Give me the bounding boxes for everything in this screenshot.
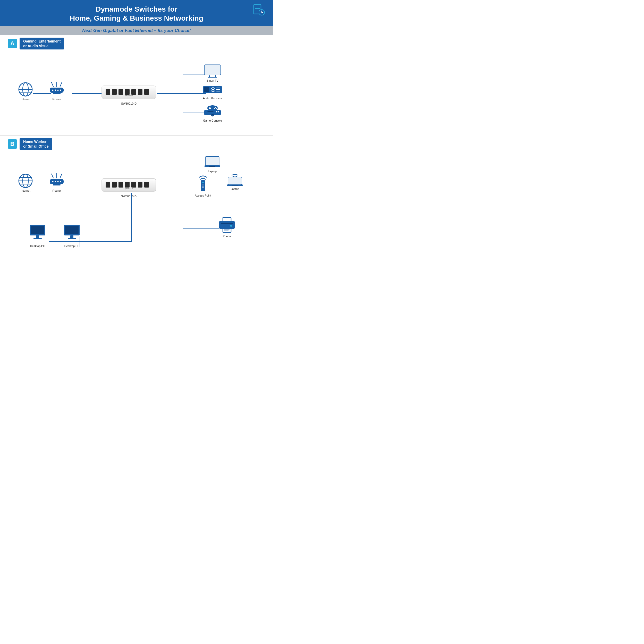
header-blue: Dynamode Switches for Home, Gaming & Bus…	[0, 0, 273, 26]
diagram-a: Internet Router	[8, 51, 265, 131]
svg-rect-32	[118, 89, 123, 95]
svg-rect-44	[204, 87, 209, 92]
internet-icon-a: Internet	[18, 82, 33, 101]
section-a-letter: A	[8, 39, 17, 48]
game-console-icon: Game Console	[203, 104, 222, 122]
clock-icon	[252, 4, 265, 16]
internet-icon-b: Internet	[18, 173, 33, 192]
section-b: B Home Worker or Small Office	[0, 135, 273, 272]
svg-rect-120	[221, 223, 233, 224]
svg-point-57	[216, 108, 217, 109]
svg-rect-31	[112, 89, 117, 95]
svg-rect-34	[131, 89, 136, 95]
svg-rect-94	[138, 182, 142, 188]
svg-point-104	[202, 187, 204, 188]
svg-text:dynamode: dynamode	[125, 188, 133, 190]
svg-rect-89	[106, 182, 110, 188]
router-icon-b: Router	[48, 173, 66, 192]
svg-point-56	[215, 107, 216, 108]
svg-point-121	[230, 225, 232, 227]
svg-rect-27	[53, 93, 61, 94]
svg-rect-39	[205, 65, 221, 75]
svg-rect-112	[33, 238, 42, 239]
audio-receiver-icon: Audio Receiver	[202, 84, 223, 100]
svg-point-85	[57, 181, 59, 182]
svg-rect-90	[112, 182, 117, 188]
diagram-b: Internet Router	[8, 151, 265, 267]
svg-rect-108	[232, 185, 238, 185]
svg-point-52	[216, 111, 217, 113]
section-b-letter: B	[8, 139, 17, 149]
laptop1-icon: Laptop	[204, 156, 221, 173]
section-b-label: B Home Worker or Small Office	[8, 138, 52, 150]
svg-point-83	[52, 181, 54, 182]
svg-point-102	[202, 182, 204, 183]
section-a-label: A Gaming, Entertaiment or Audio Visual	[8, 38, 64, 49]
switch-a: dynamode SW80010-D	[99, 82, 158, 105]
svg-rect-100	[209, 166, 215, 167]
svg-rect-110	[31, 226, 44, 234]
diagram-b-lines	[8, 151, 265, 267]
svg-rect-92	[125, 182, 130, 188]
svg-rect-93	[131, 182, 136, 188]
svg-rect-87	[53, 184, 61, 185]
svg-point-25	[57, 90, 59, 91]
access-point-icon: Access Point	[195, 173, 211, 197]
svg-rect-98	[206, 157, 219, 165]
svg-point-23	[52, 90, 54, 91]
subtitle: Next-Gen Gigabit or Fast Ethernet – Its …	[82, 28, 191, 33]
svg-point-84	[55, 181, 56, 182]
header-title: Dynamode Switches for Home, Gaming & Bus…	[3, 5, 270, 23]
svg-text:dynamode: dynamode	[125, 95, 133, 97]
svg-rect-47	[216, 88, 220, 88]
svg-rect-91	[118, 182, 123, 188]
svg-line-21	[60, 82, 62, 87]
svg-line-81	[60, 174, 62, 178]
header-gray: Next-Gen Gigabit or Fast Ethernet – Its …	[0, 26, 273, 35]
svg-rect-55	[209, 108, 211, 109]
section-a-title: Gaming, Entertaiment or Audio Visual	[20, 38, 64, 49]
section-b-title: Home Worker or Small Office	[20, 138, 52, 150]
svg-rect-48	[216, 89, 220, 90]
svg-line-19	[52, 82, 53, 87]
smart-tv-icon: Smart TV	[204, 63, 222, 82]
svg-point-86	[60, 181, 61, 182]
svg-point-46	[212, 89, 214, 90]
svg-rect-95	[144, 182, 149, 188]
svg-rect-116	[70, 235, 73, 238]
svg-rect-82	[50, 179, 64, 184]
svg-point-58	[214, 108, 215, 109]
svg-rect-119	[219, 221, 235, 229]
svg-rect-117	[68, 238, 76, 239]
desktop1-icon: Desktop PC	[29, 224, 46, 248]
svg-rect-36	[144, 89, 149, 95]
section-a: A Gaming, Entertaiment or Audio Visual	[0, 35, 273, 135]
svg-line-79	[52, 174, 53, 178]
svg-rect-115	[65, 226, 79, 234]
svg-rect-106	[228, 177, 242, 184]
router-icon-a: Router	[48, 82, 66, 101]
svg-point-60	[212, 115, 213, 116]
svg-point-53	[218, 111, 219, 113]
svg-rect-35	[138, 89, 142, 95]
svg-point-26	[60, 90, 61, 91]
svg-rect-118	[223, 217, 231, 222]
svg-rect-111	[36, 235, 39, 238]
svg-rect-30	[106, 89, 110, 95]
svg-rect-22	[50, 88, 64, 93]
laptop2-icon: Laptop	[226, 173, 244, 190]
svg-point-103	[202, 184, 204, 186]
desktop2-icon: Desktop PC	[63, 224, 81, 248]
switch-b: dynamode SW80010-D	[99, 175, 158, 198]
svg-rect-51	[207, 111, 214, 112]
svg-rect-49	[216, 91, 220, 91]
svg-point-24	[55, 90, 56, 91]
svg-rect-122	[223, 228, 231, 232]
printer-icon: Printer	[218, 216, 236, 238]
svg-rect-33	[125, 89, 130, 95]
